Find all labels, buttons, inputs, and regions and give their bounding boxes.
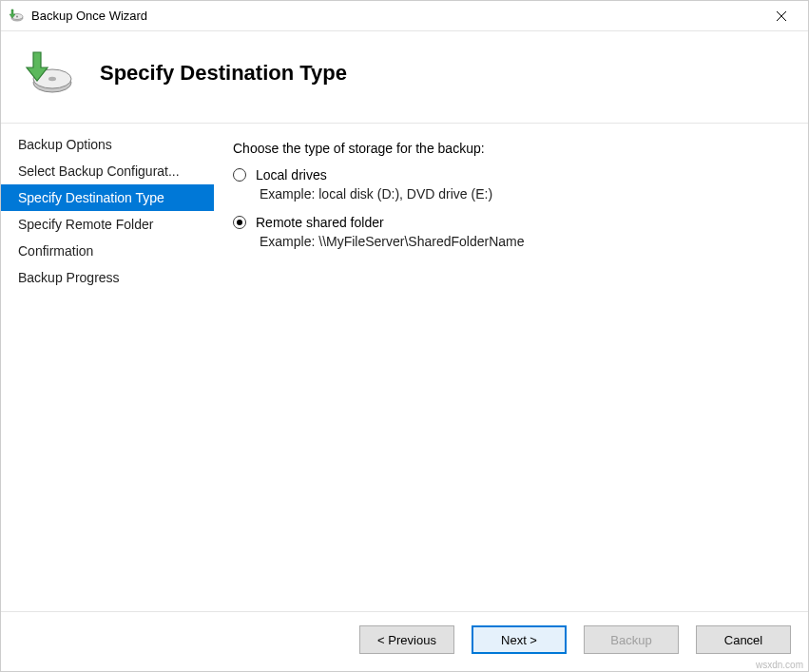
example-remote-shared-folder: Example: \\MyFileServer\SharedFolderName (260, 234, 789, 249)
radio-label-remote-shared-folder: Remote shared folder (256, 215, 384, 230)
backup-app-icon (9, 9, 24, 24)
titlebar: Backup Once Wizard (1, 1, 808, 31)
wizard-header: Specify Destination Type (1, 31, 808, 123)
wizard-content: Choose the type of storage for the backu… (214, 124, 808, 611)
close-icon (776, 10, 787, 22)
cancel-button[interactable]: Cancel (696, 625, 791, 654)
example-local-drives: Example: local disk (D:), DVD drive (E:) (260, 186, 789, 202)
next-button[interactable]: Next > (472, 625, 567, 654)
wizard-steps-sidebar: Backup Options Select Backup Configurat.… (1, 124, 214, 611)
step-specify-destination-type[interactable]: Specify Destination Type (1, 184, 214, 211)
radio-remote-shared-folder[interactable]: Remote shared folder (233, 215, 789, 230)
radio-icon (233, 168, 246, 182)
radio-local-drives[interactable]: Local drives (233, 167, 789, 182)
step-backup-options[interactable]: Backup Options (1, 131, 214, 158)
step-confirmation[interactable]: Confirmation (1, 238, 214, 264)
wizard-footer: < Previous Next > Backup Cancel (1, 611, 808, 671)
svg-point-2 (16, 15, 18, 17)
window-title: Backup Once Wizard (31, 9, 762, 23)
step-backup-progress[interactable]: Backup Progress (1, 264, 214, 291)
close-button[interactable] (762, 1, 800, 31)
content-prompt: Choose the type of storage for the backu… (233, 141, 789, 156)
step-select-backup-config[interactable]: Select Backup Configurat... (1, 158, 214, 184)
previous-button[interactable]: < Previous (359, 625, 454, 654)
svg-point-7 (48, 77, 56, 81)
wizard-body: Backup Options Select Backup Configurat.… (1, 124, 808, 611)
backup-disc-icon (20, 50, 73, 96)
step-specify-remote-folder[interactable]: Specify Remote Folder (1, 211, 214, 238)
backup-button: Backup (584, 625, 679, 654)
radio-icon (233, 216, 246, 229)
radio-label-local-drives: Local drives (256, 167, 327, 182)
page-title: Specify Destination Type (100, 61, 347, 86)
watermark: wsxdn.com (756, 660, 803, 670)
